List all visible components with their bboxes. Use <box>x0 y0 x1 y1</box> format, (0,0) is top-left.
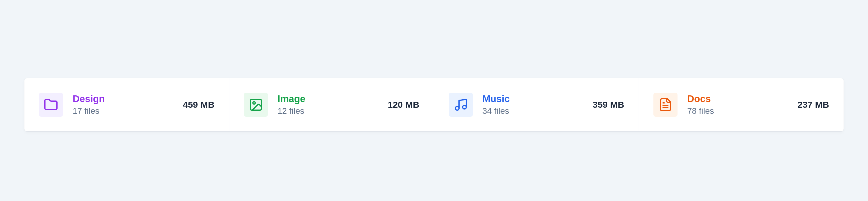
file-text-icon <box>653 93 678 117</box>
category-name: Design <box>73 94 105 104</box>
category-size: 120 MB <box>388 100 419 110</box>
category-card-docs[interactable]: Docs 78 files 237 MB <box>639 78 844 131</box>
category-file-count: 78 files <box>687 106 714 116</box>
category-file-count: 12 files <box>278 106 305 116</box>
category-file-count: 34 files <box>483 106 510 116</box>
category-text-music: Music 34 files <box>483 94 510 116</box>
category-name: Music <box>483 94 510 104</box>
image-icon <box>244 93 268 117</box>
music-icon <box>449 93 473 117</box>
category-text-image: Image 12 files <box>278 94 305 116</box>
category-size: 237 MB <box>798 100 829 110</box>
category-card-music[interactable]: Music 34 files 359 MB <box>434 78 639 131</box>
category-name: Image <box>278 94 305 104</box>
folder-icon <box>39 93 63 117</box>
category-card-image[interactable]: Image 12 files 120 MB <box>229 78 434 131</box>
category-text-docs: Docs 78 files <box>687 94 714 116</box>
svg-point-1 <box>253 102 255 104</box>
category-size: 459 MB <box>183 100 215 110</box>
category-name: Docs <box>687 94 714 104</box>
storage-category-row: Design 17 files 459 MB Image 12 files 12… <box>24 78 844 131</box>
svg-point-2 <box>456 106 459 110</box>
category-card-design[interactable]: Design 17 files 459 MB <box>24 78 229 131</box>
category-size: 359 MB <box>592 100 624 110</box>
category-file-count: 17 files <box>73 106 105 116</box>
category-text-design: Design 17 files <box>73 94 105 116</box>
svg-point-3 <box>463 105 466 109</box>
